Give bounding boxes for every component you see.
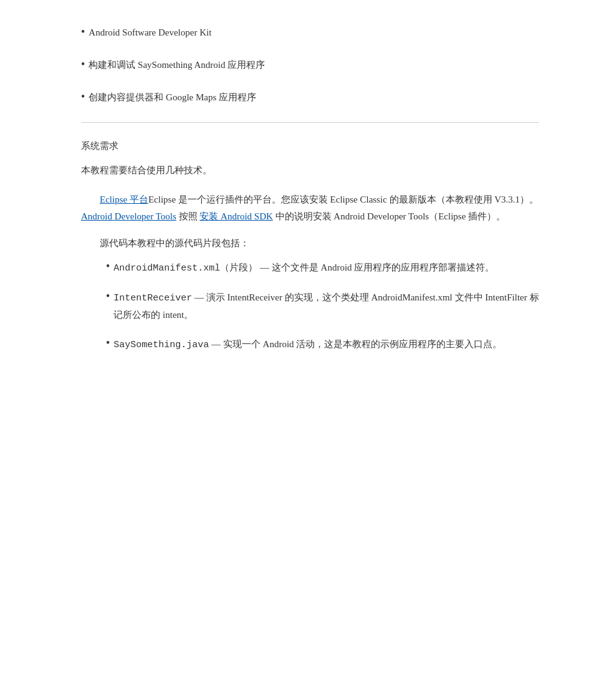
bullet-dot: • [81, 57, 85, 72]
eclipse-text-1: Eclipse 是一个运行插件的平台。您应该安装 Eclipse Classic… [148, 194, 539, 204]
bullet-item-text: Android Software Developer Kit [89, 25, 211, 40]
list-item: • SaySomething.java — 实现一个 Android 活动，这是… [81, 336, 539, 353]
top-bullet-list: • Android Software Developer Kit • 构建和调试… [81, 25, 539, 105]
eclipse-platform-link[interactable]: Eclipse 平台 [100, 194, 148, 204]
install-android-sdk-link[interactable]: 安装 Android SDK [199, 211, 273, 221]
bullet-item-text: 创建内容提供器和 Google Maps 应用程序 [89, 90, 256, 105]
bullet-dot: • [106, 336, 110, 350]
bullet-item-text: 构建和调试 SaySomething Android 应用程序 [89, 57, 265, 72]
system-requirements-section: 系统需求 本教程需要结合使用几种技术。 Eclipse 平台Eclipse 是一… [81, 140, 539, 225]
list-item: • 创建内容提供器和 Google Maps 应用程序 [81, 90, 539, 105]
list-item: • Android Software Developer Kit [81, 25, 539, 40]
source-item-content: AndroidManifest.xml（片段） — 这个文件是 Android … [113, 259, 494, 277]
eclipse-text-2: 按照 [176, 211, 200, 221]
source-item-description: — 实现一个 Android 活动，这是本教程的示例应用程序的主要入口点。 [211, 339, 502, 349]
source-item-content: IntentReceiver — 演示 IntentReceiver 的实现，这… [113, 289, 539, 324]
list-item: • AndroidManifest.xml（片段） — 这个文件是 Androi… [81, 259, 539, 277]
page-container: • Android Software Developer Kit • 构建和调试… [0, 0, 589, 391]
code-label: SaySomething.java [113, 340, 209, 350]
horizontal-rule [81, 122, 539, 123]
list-item: • IntentReceiver — 演示 IntentReceiver 的实现… [81, 289, 539, 324]
code-label: IntentReceiver [113, 293, 192, 304]
intro-paragraph: 本教程需要结合使用几种技术。 [81, 162, 539, 179]
source-section-title: 源代码本教程中的源代码片段包括： [81, 237, 539, 249]
source-item-content: SaySomething.java — 实现一个 Android 活动，这是本教… [113, 336, 502, 353]
source-code-list: • AndroidManifest.xml（片段） — 这个文件是 Androi… [81, 259, 539, 353]
eclipse-text-3: 中的说明安装 Android Developer Tools（Eclipse 插… [273, 211, 505, 221]
code-label: AndroidManifest.xml（片段） [113, 263, 257, 274]
bullet-dot: • [81, 90, 85, 104]
list-item: • 构建和调试 SaySomething Android 应用程序 [81, 57, 539, 72]
bullet-dot: • [81, 25, 85, 39]
bullet-dot: • [106, 289, 110, 304]
android-developer-tools-link[interactable]: Android Developer Tools [81, 211, 176, 221]
source-code-section: 源代码本教程中的源代码片段包括： • AndroidManifest.xml（片… [81, 237, 539, 353]
section-title: 系统需求 [81, 140, 539, 152]
eclipse-paragraph: Eclipse 平台Eclipse 是一个运行插件的平台。您应该安装 Eclip… [81, 191, 539, 225]
bullet-dot: • [106, 259, 110, 274]
source-item-description: — 这个文件是 Android 应用程序的应用程序部署描述符。 [260, 262, 494, 272]
